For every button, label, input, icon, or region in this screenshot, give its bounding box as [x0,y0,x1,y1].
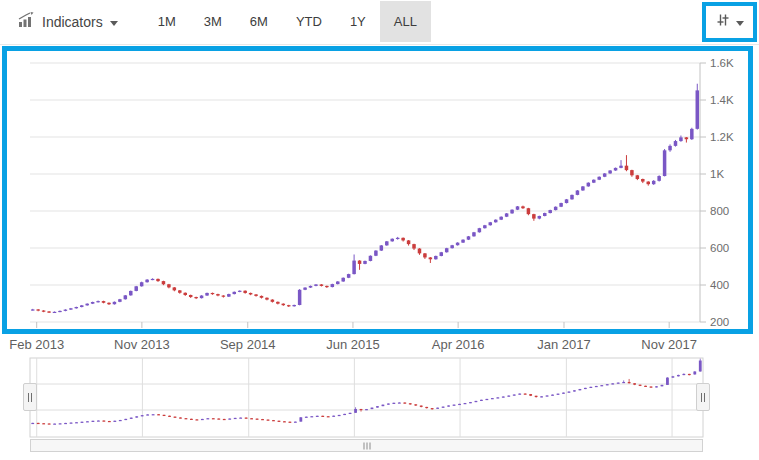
indicators-label: Indicators [42,14,103,30]
chevron-down-icon [110,21,118,26]
navigator-scrollbar[interactable] [30,439,703,452]
bar-chart-growth-icon [18,12,35,32]
x-axis-label: Sep 2014 [220,337,276,352]
period-button-3m[interactable]: 3M [190,1,236,42]
main-candlestick-chart[interactable]: 2004006008001K1.2K1.4K1.6K [7,51,757,333]
svg-text:600: 600 [710,242,729,254]
indicators-button[interactable]: Indicators [0,0,128,44]
x-axis-label: Feb 2013 [9,337,64,352]
svg-text:1.2K: 1.2K [710,131,734,143]
toolbar: Indicators 1M3M6MYTD1YALL [0,0,759,45]
x-axis-label: Nov 2017 [641,337,697,352]
svg-text:1K: 1K [710,168,724,180]
svg-text:200: 200 [710,316,729,328]
period-button-6m[interactable]: 6M [236,1,282,42]
svg-text:800: 800 [710,205,729,217]
period-button-1m[interactable]: 1M [144,1,190,42]
settings-button[interactable] [702,2,757,42]
x-axis-label: Nov 2013 [114,337,170,352]
period-button-ytd[interactable]: YTD [282,1,336,42]
sliders-icon [716,13,730,31]
period-selector: 1M3M6MYTD1YALL [144,0,431,44]
x-axis-label: Jun 2015 [326,337,380,352]
x-axis-labels: Feb 2013Nov 2013Sep 2014Jun 2015Apr 2016… [0,337,759,353]
svg-text:1.6K: 1.6K [710,57,734,69]
navigator-left-handle[interactable] [23,383,37,411]
stock-chart-widget: Indicators 1M3M6MYTD1YALL 2004006008001K… [0,0,759,460]
x-axis-label: Apr 2016 [432,337,485,352]
svg-text:1.4K: 1.4K [710,94,734,106]
svg-text:400: 400 [710,279,729,291]
x-axis-label: Jan 2017 [537,337,591,352]
period-button-1y[interactable]: 1Y [336,1,380,42]
chevron-down-icon [736,21,744,26]
period-button-all[interactable]: ALL [380,1,431,42]
navigator-right-handle[interactable] [696,383,710,411]
scrollbar-grip-icon[interactable] [363,442,370,449]
